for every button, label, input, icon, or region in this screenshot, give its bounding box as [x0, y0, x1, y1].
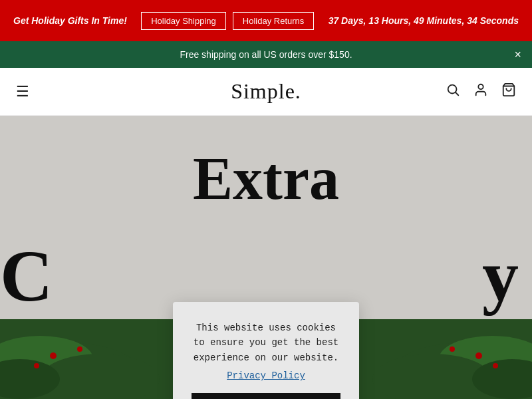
holiday-banner: Get Holiday Gifts In Time! Holiday Shipp… — [0, 0, 532, 41]
holiday-left-text: Get Holiday Gifts In Time! — [13, 15, 127, 26]
shipping-banner: Free shipping on all US orders over $150… — [0, 41, 532, 68]
holiday-returns-button[interactable]: Holiday Returns — [233, 12, 315, 30]
cookie-overlay: This website uses cookies to ensure you … — [0, 116, 532, 399]
accept-button[interactable]: Accept — [192, 393, 340, 399]
countdown-text: 37 Days, 13 Hours, 49 Minutes, 34 Second… — [329, 15, 519, 26]
svg-point-0 — [448, 85, 457, 94]
site-logo[interactable]: Simple. — [231, 79, 301, 104]
cookie-message: This website uses cookies to ensure you … — [192, 321, 340, 365]
search-icon[interactable] — [446, 82, 460, 100]
hero-section: Extra C y This website uses coo — [0, 116, 532, 399]
nav-right — [446, 82, 516, 100]
cookie-dialog: This website uses cookies to ensure you … — [173, 302, 359, 399]
svg-line-1 — [456, 92, 458, 95]
cart-icon[interactable] — [501, 82, 516, 100]
shipping-text: Free shipping on all US orders over $150… — [180, 49, 352, 60]
svg-point-2 — [478, 84, 483, 89]
account-icon[interactable] — [473, 82, 488, 100]
holiday-buttons: Holiday Shipping Holiday Returns — [141, 12, 314, 30]
hamburger-menu-icon[interactable]: ☰ — [16, 83, 29, 100]
navigation: ☰ Simple. — [0, 68, 532, 116]
holiday-shipping-button[interactable]: Holiday Shipping — [141, 12, 226, 30]
shipping-close-button[interactable]: × — [514, 49, 521, 61]
nav-left: ☰ — [16, 83, 29, 100]
privacy-policy-link[interactable]: Privacy Policy — [192, 370, 340, 381]
